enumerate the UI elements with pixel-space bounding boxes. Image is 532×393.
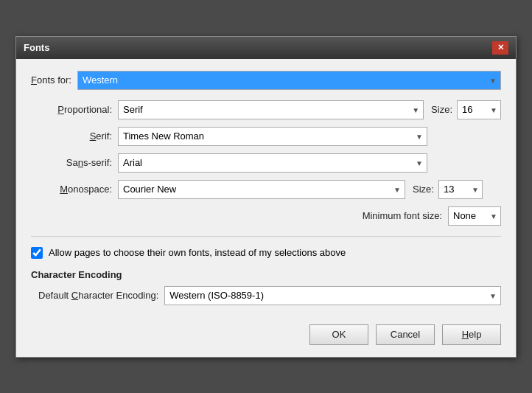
- character-encoding-title: Character Encoding: [31, 269, 501, 280]
- proportional-label: Proportional:: [31, 104, 112, 115]
- monospace-select-container[interactable]: Courier New Lucida Console Consolas: [118, 180, 405, 199]
- monospace-label: Monospace:: [31, 184, 112, 195]
- encoding-select-container[interactable]: Western (ISO-8859-1) Unicode (UTF-8) Cen…: [164, 286, 501, 305]
- proportional-select[interactable]: Serif Sans-serif: [118, 100, 424, 119]
- serif-row: Serif: Times New Roman Georgia Palatino …: [31, 127, 501, 146]
- close-button[interactable]: ✕: [492, 41, 508, 55]
- ok-button[interactable]: OK: [309, 324, 368, 345]
- minimum-font-size-label: Minimum font size:: [363, 210, 442, 221]
- fonts-for-row: Fonts for: Western Baltic Central Europe…: [31, 71, 501, 90]
- monospace-select-wrapper: Courier New Lucida Console Consolas Size…: [118, 180, 501, 199]
- monospace-size-select-container[interactable]: 9101112131416182024: [438, 180, 483, 199]
- encoding-label: Default Character Encoding:: [38, 290, 158, 301]
- allow-pages-row: Allow pages to choose their own fonts, i…: [31, 247, 501, 259]
- monospace-select[interactable]: Courier New Lucida Console Consolas: [118, 180, 405, 199]
- dialog-title: Fonts: [24, 42, 49, 53]
- fonts-for-select[interactable]: Western Baltic Central European Cyrillic…: [77, 71, 501, 90]
- monospace-size-label: Size:: [413, 184, 434, 195]
- cancel-button[interactable]: Cancel: [376, 324, 435, 345]
- proportional-select-wrapper: Serif Sans-serif Size: 91011121314161820…: [118, 100, 501, 119]
- serif-select[interactable]: Times New Roman Georgia Palatino Linotyp…: [118, 127, 427, 146]
- monospace-row: Monospace: Courier New Lucida Console Co…: [31, 180, 501, 199]
- proportional-row: Proportional: Serif Sans-serif Size: 910…: [31, 100, 501, 119]
- encoding-row: Default Character Encoding: Western (ISO…: [38, 286, 501, 305]
- dialog-body: Fonts for: Western Baltic Central Europe…: [16, 59, 516, 317]
- sans-serif-row: Sans-serif: Arial Helvetica Verdana Taho…: [31, 153, 501, 173]
- serif-label: Serif:: [31, 131, 112, 142]
- serif-select-container[interactable]: Times New Roman Georgia Palatino Linotyp…: [118, 127, 427, 146]
- minimum-font-size-select[interactable]: None 9101112131416182024: [448, 206, 501, 226]
- fonts-for-label: Fonts for:: [31, 74, 71, 86]
- allow-pages-label: Allow pages to choose their own fonts, i…: [49, 247, 346, 258]
- proportional-size-select-container[interactable]: 9101112131416182024: [457, 100, 501, 119]
- title-bar: Fonts ✕: [16, 37, 516, 59]
- buttons-row: OK Cancel Help: [16, 317, 516, 357]
- allow-pages-checkbox[interactable]: [31, 247, 43, 259]
- help-button[interactable]: Help: [442, 324, 501, 345]
- divider: [31, 236, 501, 237]
- sans-serif-select[interactable]: Arial Helvetica Verdana Tahoma: [118, 153, 427, 173]
- fonts-dialog: Fonts ✕ Fonts for: Western Baltic Centra…: [15, 36, 517, 358]
- minimum-font-size-row: Minimum font size: None 9101112131416182…: [31, 206, 501, 226]
- minimum-font-size-select-container[interactable]: None 9101112131416182024: [448, 206, 501, 226]
- monospace-size-select[interactable]: 9101112131416182024: [438, 180, 483, 199]
- proportional-size-label: Size:: [431, 104, 452, 115]
- fonts-for-select-container[interactable]: Western Baltic Central European Cyrillic…: [77, 71, 501, 90]
- proportional-size-select[interactable]: 9101112131416182024: [457, 100, 501, 119]
- sans-serif-label: Sans-serif:: [31, 157, 112, 168]
- proportional-select-container[interactable]: Serif Sans-serif: [118, 100, 424, 119]
- sans-serif-select-container[interactable]: Arial Helvetica Verdana Tahoma: [118, 153, 427, 173]
- encoding-select[interactable]: Western (ISO-8859-1) Unicode (UTF-8) Cen…: [164, 286, 501, 305]
